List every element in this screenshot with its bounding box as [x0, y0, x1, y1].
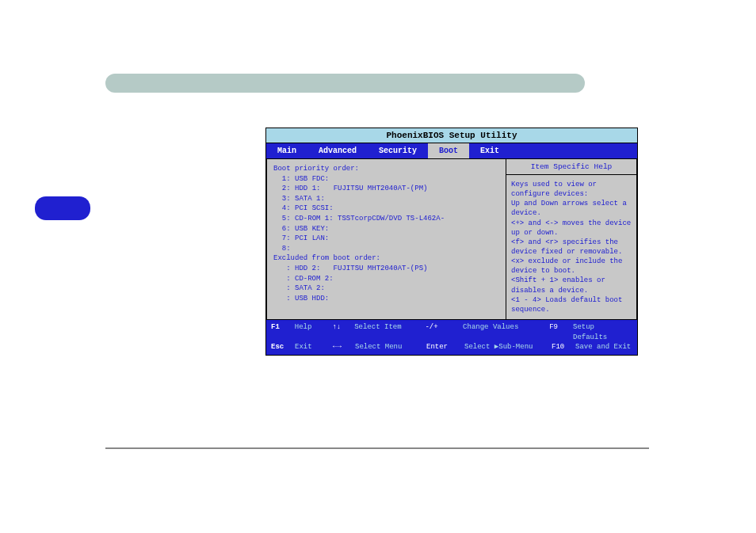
- excluded-item-num: :: [286, 295, 290, 303]
- boot-item-num: 2:: [282, 185, 291, 192]
- boot-item[interactable]: 3: SATA 1:: [273, 194, 499, 204]
- boot-item-num: 5:: [282, 215, 291, 223]
- key-f9: F9: [549, 322, 573, 342]
- excluded-item-label: CD-ROM 2:: [295, 275, 334, 283]
- label-change-values: Change Values: [463, 322, 549, 342]
- key-plusminus: -/+: [425, 322, 463, 342]
- excluded-item-num: :: [286, 275, 290, 283]
- tab-exit[interactable]: Exit: [469, 143, 510, 158]
- boot-item-num: 3:: [282, 195, 291, 203]
- boot-heading: Boot priority order:: [273, 164, 499, 174]
- page-footer-rule: [105, 447, 649, 449]
- boot-item-num: 1:: [282, 175, 291, 183]
- footer-row: F1 Help ↑↓ Select Item -/+ Change Values…: [271, 322, 632, 342]
- label-setup-defaults: Setup Defaults: [573, 322, 632, 342]
- label-select-menu: Select Menu: [355, 342, 426, 352]
- bios-title: PhoenixBIOS Setup Utility: [266, 128, 637, 143]
- key-f1: F1: [271, 322, 295, 342]
- header-pill-bar: [105, 74, 585, 93]
- tab-security[interactable]: Security: [368, 143, 428, 158]
- boot-item[interactable]: 2: HDD 1: FUJITSU MHT2040AT-(PM): [273, 184, 499, 194]
- label-exit: Exit: [295, 342, 333, 352]
- tab-boot[interactable]: Boot: [428, 143, 469, 158]
- boot-item[interactable]: 7: PCI LAN:: [273, 234, 499, 244]
- bios-window: PhoenixBIOS Setup Utility Main Advanced …: [265, 128, 638, 356]
- excluded-item[interactable]: : USB HDD:: [273, 294, 499, 304]
- excluded-heading: Excluded from boot order:: [273, 253, 499, 264]
- bios-tabs: Main Advanced Security Boot Exit: [266, 143, 637, 159]
- boot-item-label: HDD 1: FUJITSU MHT2040AT-(PM): [295, 185, 427, 192]
- key-f10: F10: [552, 342, 575, 352]
- boot-item-label: SATA 1:: [295, 195, 325, 203]
- label-help: Help: [295, 322, 333, 342]
- bios-body: Boot priority order: 1: USB FDC: 2: HDD …: [266, 159, 637, 320]
- label-select-submenu: Select ▶Sub-Menu: [464, 342, 552, 352]
- bios-help-panel: Item Specific Help Keys used to view or …: [506, 159, 637, 320]
- excluded-item[interactable]: : HDD 2: FUJITSU MHT2040AT-(PS): [273, 264, 499, 274]
- boot-item-num: 8:: [282, 245, 291, 253]
- arrows-updown-icon: ↑↓: [332, 322, 354, 342]
- label-select-item: Select Item: [354, 322, 425, 342]
- label-save-exit: Save and Exit: [575, 342, 631, 352]
- boot-item[interactable]: 6: USB KEY:: [273, 224, 499, 234]
- bios-footer: F1 Help ↑↓ Select Item -/+ Change Values…: [266, 320, 637, 355]
- excluded-item[interactable]: : SATA 2:: [273, 284, 499, 294]
- help-body: Keys used to view or configure devices:U…: [506, 175, 636, 319]
- boot-item-num: 4:: [282, 204, 291, 212]
- excluded-item-label: USB HDD:: [295, 295, 329, 303]
- excluded-item-num: :: [286, 284, 290, 292]
- excluded-item[interactable]: : CD-ROM 2:: [273, 274, 499, 284]
- boot-item-label: USB KEY:: [295, 225, 329, 233]
- boot-item[interactable]: 1: USB FDC:: [273, 174, 499, 185]
- excluded-item-label: SATA 2:: [295, 284, 325, 292]
- excluded-item-label: HDD 2: FUJITSU MHT2040AT-(PS): [295, 265, 427, 272]
- arrows-leftright-icon: ←→: [333, 342, 355, 352]
- key-enter: Enter: [426, 342, 464, 352]
- boot-item[interactable]: 5: CD-ROM 1: TSSTcorpCDW/DVD TS-L462A-: [273, 214, 499, 224]
- boot-item-label: USB FDC:: [295, 175, 329, 183]
- bios-main-panel: Boot priority order: 1: USB FDC: 2: HDD …: [266, 159, 506, 320]
- boot-item[interactable]: 4: PCI SCSI:: [273, 204, 499, 214]
- boot-item-num: 7:: [282, 234, 291, 242]
- tab-advanced[interactable]: Advanced: [307, 143, 368, 158]
- excluded-item-num: :: [286, 265, 290, 272]
- boot-item[interactable]: 8:: [273, 244, 499, 254]
- help-title: Item Specific Help: [506, 159, 636, 175]
- tab-main[interactable]: Main: [266, 143, 307, 158]
- sidebar-badge: [35, 196, 90, 220]
- boot-item-num: 6:: [282, 225, 291, 233]
- footer-row: Esc Exit ←→ Select Menu Enter Select ▶Su…: [271, 342, 632, 352]
- boot-item-label: CD-ROM 1: TSSTcorpCDW/DVD TS-L462A-: [295, 215, 445, 223]
- boot-item-label: PCI SCSI:: [295, 204, 334, 212]
- boot-item-label: PCI LAN:: [295, 234, 329, 242]
- key-esc: Esc: [271, 342, 295, 352]
